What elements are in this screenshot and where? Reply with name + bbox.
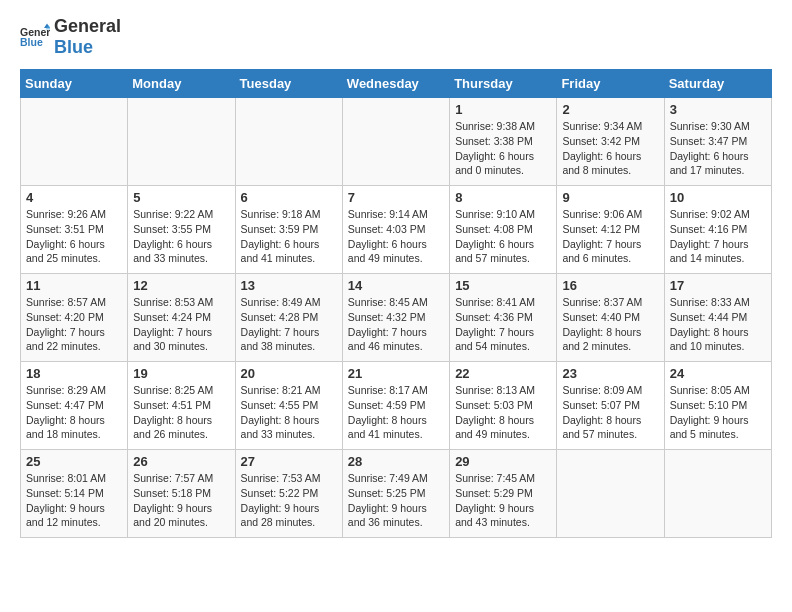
calendar-cell <box>128 98 235 186</box>
day-number: 1 <box>455 102 551 117</box>
calendar-cell: 7Sunrise: 9:14 AMSunset: 4:03 PMDaylight… <box>342 186 449 274</box>
calendar-cell: 29Sunrise: 7:45 AMSunset: 5:29 PMDayligh… <box>450 450 557 538</box>
logo-icon: General Blue <box>20 22 50 52</box>
header-wednesday: Wednesday <box>342 70 449 98</box>
day-number: 28 <box>348 454 444 469</box>
calendar-cell: 18Sunrise: 8:29 AMSunset: 4:47 PMDayligh… <box>21 362 128 450</box>
day-info: Sunrise: 8:09 AMSunset: 5:07 PMDaylight:… <box>562 383 658 442</box>
logo-text-general: General <box>54 16 121 37</box>
day-info: Sunrise: 8:41 AMSunset: 4:36 PMDaylight:… <box>455 295 551 354</box>
calendar-cell: 8Sunrise: 9:10 AMSunset: 4:08 PMDaylight… <box>450 186 557 274</box>
day-number: 26 <box>133 454 229 469</box>
day-number: 21 <box>348 366 444 381</box>
header-saturday: Saturday <box>664 70 771 98</box>
calendar-cell: 2Sunrise: 9:34 AMSunset: 3:42 PMDaylight… <box>557 98 664 186</box>
day-info: Sunrise: 7:57 AMSunset: 5:18 PMDaylight:… <box>133 471 229 530</box>
header-tuesday: Tuesday <box>235 70 342 98</box>
calendar-cell: 24Sunrise: 8:05 AMSunset: 5:10 PMDayligh… <box>664 362 771 450</box>
day-info: Sunrise: 8:53 AMSunset: 4:24 PMDaylight:… <box>133 295 229 354</box>
calendar-cell <box>235 98 342 186</box>
day-info: Sunrise: 8:29 AMSunset: 4:47 PMDaylight:… <box>26 383 122 442</box>
day-number: 24 <box>670 366 766 381</box>
day-info: Sunrise: 8:21 AMSunset: 4:55 PMDaylight:… <box>241 383 337 442</box>
day-number: 11 <box>26 278 122 293</box>
calendar-cell: 6Sunrise: 9:18 AMSunset: 3:59 PMDaylight… <box>235 186 342 274</box>
day-info: Sunrise: 9:26 AMSunset: 3:51 PMDaylight:… <box>26 207 122 266</box>
day-info: Sunrise: 8:37 AMSunset: 4:40 PMDaylight:… <box>562 295 658 354</box>
calendar-cell: 21Sunrise: 8:17 AMSunset: 4:59 PMDayligh… <box>342 362 449 450</box>
day-number: 22 <box>455 366 551 381</box>
calendar-cell: 17Sunrise: 8:33 AMSunset: 4:44 PMDayligh… <box>664 274 771 362</box>
calendar-cell <box>342 98 449 186</box>
day-number: 19 <box>133 366 229 381</box>
calendar-cell: 23Sunrise: 8:09 AMSunset: 5:07 PMDayligh… <box>557 362 664 450</box>
calendar-header-row: SundayMondayTuesdayWednesdayThursdayFrid… <box>21 70 772 98</box>
page-header: General Blue General Blue <box>20 16 772 57</box>
calendar-cell: 11Sunrise: 8:57 AMSunset: 4:20 PMDayligh… <box>21 274 128 362</box>
calendar-cell: 22Sunrise: 8:13 AMSunset: 5:03 PMDayligh… <box>450 362 557 450</box>
calendar-cell: 20Sunrise: 8:21 AMSunset: 4:55 PMDayligh… <box>235 362 342 450</box>
svg-text:Blue: Blue <box>20 36 43 48</box>
day-number: 7 <box>348 190 444 205</box>
day-number: 10 <box>670 190 766 205</box>
day-number: 8 <box>455 190 551 205</box>
day-number: 15 <box>455 278 551 293</box>
calendar-cell <box>557 450 664 538</box>
day-info: Sunrise: 9:38 AMSunset: 3:38 PMDaylight:… <box>455 119 551 178</box>
day-number: 27 <box>241 454 337 469</box>
day-info: Sunrise: 9:14 AMSunset: 4:03 PMDaylight:… <box>348 207 444 266</box>
calendar-cell: 12Sunrise: 8:53 AMSunset: 4:24 PMDayligh… <box>128 274 235 362</box>
calendar-cell: 10Sunrise: 9:02 AMSunset: 4:16 PMDayligh… <box>664 186 771 274</box>
day-info: Sunrise: 9:30 AMSunset: 3:47 PMDaylight:… <box>670 119 766 178</box>
day-number: 3 <box>670 102 766 117</box>
day-number: 4 <box>26 190 122 205</box>
day-info: Sunrise: 8:13 AMSunset: 5:03 PMDaylight:… <box>455 383 551 442</box>
day-info: Sunrise: 8:25 AMSunset: 4:51 PMDaylight:… <box>133 383 229 442</box>
day-info: Sunrise: 9:34 AMSunset: 3:42 PMDaylight:… <box>562 119 658 178</box>
calendar-cell: 3Sunrise: 9:30 AMSunset: 3:47 PMDaylight… <box>664 98 771 186</box>
calendar-cell: 26Sunrise: 7:57 AMSunset: 5:18 PMDayligh… <box>128 450 235 538</box>
calendar-week-row: 11Sunrise: 8:57 AMSunset: 4:20 PMDayligh… <box>21 274 772 362</box>
day-number: 25 <box>26 454 122 469</box>
day-info: Sunrise: 7:45 AMSunset: 5:29 PMDaylight:… <box>455 471 551 530</box>
day-info: Sunrise: 9:06 AMSunset: 4:12 PMDaylight:… <box>562 207 658 266</box>
day-number: 5 <box>133 190 229 205</box>
calendar-cell: 25Sunrise: 8:01 AMSunset: 5:14 PMDayligh… <box>21 450 128 538</box>
calendar-cell: 4Sunrise: 9:26 AMSunset: 3:51 PMDaylight… <box>21 186 128 274</box>
day-info: Sunrise: 8:01 AMSunset: 5:14 PMDaylight:… <box>26 471 122 530</box>
calendar-cell: 15Sunrise: 8:41 AMSunset: 4:36 PMDayligh… <box>450 274 557 362</box>
header-thursday: Thursday <box>450 70 557 98</box>
calendar-cell: 9Sunrise: 9:06 AMSunset: 4:12 PMDaylight… <box>557 186 664 274</box>
day-info: Sunrise: 9:22 AMSunset: 3:55 PMDaylight:… <box>133 207 229 266</box>
day-info: Sunrise: 9:02 AMSunset: 4:16 PMDaylight:… <box>670 207 766 266</box>
calendar-cell: 13Sunrise: 8:49 AMSunset: 4:28 PMDayligh… <box>235 274 342 362</box>
day-info: Sunrise: 8:57 AMSunset: 4:20 PMDaylight:… <box>26 295 122 354</box>
day-info: Sunrise: 9:10 AMSunset: 4:08 PMDaylight:… <box>455 207 551 266</box>
calendar-week-row: 4Sunrise: 9:26 AMSunset: 3:51 PMDaylight… <box>21 186 772 274</box>
day-info: Sunrise: 8:45 AMSunset: 4:32 PMDaylight:… <box>348 295 444 354</box>
day-number: 16 <box>562 278 658 293</box>
day-number: 14 <box>348 278 444 293</box>
day-number: 29 <box>455 454 551 469</box>
calendar-week-row: 1Sunrise: 9:38 AMSunset: 3:38 PMDaylight… <box>21 98 772 186</box>
calendar-cell: 16Sunrise: 8:37 AMSunset: 4:40 PMDayligh… <box>557 274 664 362</box>
day-number: 2 <box>562 102 658 117</box>
calendar-cell: 27Sunrise: 7:53 AMSunset: 5:22 PMDayligh… <box>235 450 342 538</box>
day-number: 17 <box>670 278 766 293</box>
calendar-cell: 28Sunrise: 7:49 AMSunset: 5:25 PMDayligh… <box>342 450 449 538</box>
logo: General Blue General Blue <box>20 16 121 57</box>
header-monday: Monday <box>128 70 235 98</box>
day-number: 9 <box>562 190 658 205</box>
day-info: Sunrise: 8:17 AMSunset: 4:59 PMDaylight:… <box>348 383 444 442</box>
calendar-week-row: 25Sunrise: 8:01 AMSunset: 5:14 PMDayligh… <box>21 450 772 538</box>
day-info: Sunrise: 9:18 AMSunset: 3:59 PMDaylight:… <box>241 207 337 266</box>
day-info: Sunrise: 7:53 AMSunset: 5:22 PMDaylight:… <box>241 471 337 530</box>
calendar-week-row: 18Sunrise: 8:29 AMSunset: 4:47 PMDayligh… <box>21 362 772 450</box>
calendar-cell: 14Sunrise: 8:45 AMSunset: 4:32 PMDayligh… <box>342 274 449 362</box>
calendar-table: SundayMondayTuesdayWednesdayThursdayFrid… <box>20 69 772 538</box>
logo-text-blue: Blue <box>54 37 121 58</box>
day-number: 20 <box>241 366 337 381</box>
calendar-cell <box>664 450 771 538</box>
calendar-cell: 19Sunrise: 8:25 AMSunset: 4:51 PMDayligh… <box>128 362 235 450</box>
day-number: 12 <box>133 278 229 293</box>
